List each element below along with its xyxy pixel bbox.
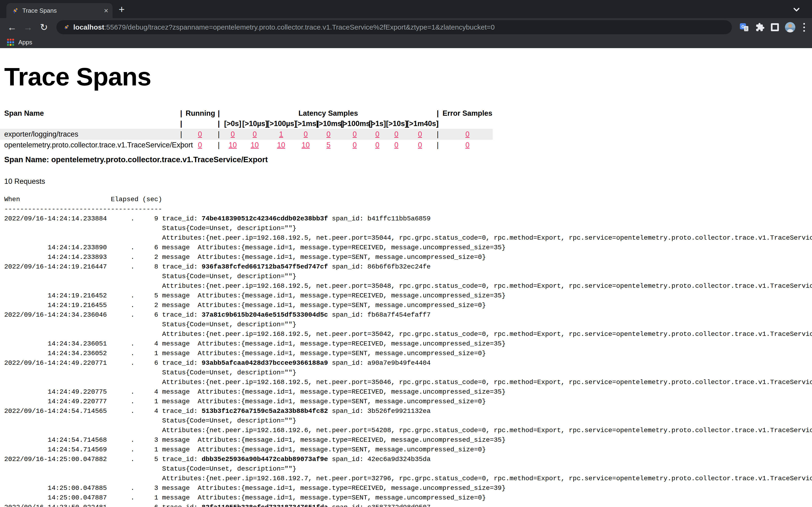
table-row: opentelemetry.proto.collector.trace.v1.T… — [0, 139, 493, 151]
url-path: :55679/debug/tracez?zspanname=openteleme… — [104, 23, 495, 31]
table-row: exporter/logging/traces|0|001000000|0 — [0, 129, 493, 139]
trace-id-value: 936fa38fcfed661712ba547f5ed747cf — [202, 263, 328, 270]
sample-count-link[interactable]: 0 — [394, 130, 398, 138]
bucket-label: [>1ms] — [295, 119, 316, 129]
chevron-down-icon[interactable] — [792, 7, 801, 13]
bucket-label: [>1m40s] — [407, 119, 433, 129]
translate-extension-icon[interactable]: G 文 — [740, 22, 749, 32]
trace-id-value: 82fa11055b338efcd733187347651fda — [202, 504, 328, 507]
summary-table-body: exporter/logging/traces|0|001000000|0ope… — [0, 129, 493, 151]
svg-text:文: 文 — [745, 27, 748, 31]
col-header-span-name: Span Name — [0, 108, 177, 119]
col-header-running: Running — [186, 108, 214, 119]
pipe-separator: | — [177, 108, 186, 119]
latency-bucket-cell: 0 — [341, 129, 369, 139]
span-detail-heading: Span Name: opentelemetry.proto.collector… — [4, 155, 812, 164]
sample-count-link[interactable]: 10 — [302, 141, 310, 149]
sample-count-link[interactable]: 0 — [253, 130, 257, 138]
trace-id-value: 37a81c9b615b204a6e515df533004d5c — [202, 311, 328, 319]
span-name-cell: opentelemetry.proto.collector.trace.v1.T… — [0, 139, 177, 151]
sample-count-link[interactable]: 10 — [229, 141, 237, 149]
browser-menu-icon[interactable] — [801, 23, 807, 32]
sample-count-link[interactable]: 0 — [418, 141, 422, 149]
sample-count-link[interactable]: 0 — [375, 141, 379, 149]
latency-bucket-cell: 1 — [267, 129, 295, 139]
latency-bucket-cell: 0 — [407, 129, 433, 139]
tab-close-icon[interactable]: × — [104, 7, 108, 14]
svg-text:G: G — [741, 24, 744, 29]
sample-count-link[interactable]: 0 — [465, 130, 469, 138]
browser-tab[interactable]: Trace Spans × — [6, 3, 112, 18]
forward-button[interactable]: → — [21, 20, 35, 34]
bucket-label: [>10µs] — [242, 119, 267, 129]
pipe-separator: | — [177, 129, 186, 139]
sample-count-link[interactable]: 0 — [304, 130, 308, 138]
trace-id-value: 513b3f1c276a7159c5a2a33b88b4fc82 — [202, 407, 328, 415]
sample-count-link[interactable]: 0 — [465, 141, 469, 149]
sample-count-link[interactable]: 0 — [375, 130, 379, 138]
sample-count-link[interactable]: 10 — [251, 141, 259, 149]
address-bar[interactable]: localhost:55679/debug/tracez?zspanname=o… — [56, 20, 732, 34]
latency-bucket-cell: 0 — [369, 129, 386, 139]
error-count-cell: 0 — [442, 129, 493, 139]
latency-bucket-cell: 0 — [242, 129, 267, 139]
bucket-label: [>100µs] — [267, 119, 295, 129]
pipe-separator: | — [214, 139, 223, 151]
page-content: Trace Spans Span Name | Running | Latenc… — [0, 62, 812, 507]
span-summary-table: Span Name | Running | Latency Samples | … — [0, 108, 493, 151]
sample-count-link[interactable]: 10 — [277, 141, 285, 149]
span-name-cell: exporter/logging/traces — [0, 129, 177, 139]
sample-count-link[interactable]: 0 — [231, 130, 235, 138]
bookmarks-bar: Apps — [0, 36, 812, 48]
latency-bucket-cell: 0 — [316, 129, 341, 139]
latency-bucket-cell: 10 — [295, 139, 316, 151]
latency-bucket-cell: 0 — [369, 139, 386, 151]
pipe-separator: | — [214, 108, 223, 119]
side-panel-icon[interactable] — [771, 23, 779, 31]
new-tab-button[interactable]: + — [119, 5, 125, 14]
sample-count-link[interactable]: 0 — [418, 130, 422, 138]
sample-count-link[interactable]: 5 — [326, 141, 331, 149]
bucket-header-row: | | [>0s][>10µs][>100µs][>1ms][>10ms][>1… — [0, 119, 493, 129]
latency-bucket-cell: 0 — [407, 139, 433, 151]
latency-bucket-cell: 10 — [223, 139, 242, 151]
trace-id-value: 74be418390512c42346cddb02e38bb3f — [202, 215, 328, 222]
sample-count-link[interactable]: 0 — [326, 130, 331, 138]
sample-count-link[interactable]: 0 — [198, 130, 202, 138]
sample-count-link[interactable]: 0 — [198, 141, 202, 149]
favicon-telescope-icon — [11, 7, 18, 14]
bucket-label: [>10ms] — [316, 119, 341, 129]
apps-grid-icon[interactable] — [7, 39, 14, 46]
bookmark-apps[interactable]: Apps — [18, 39, 32, 46]
browser-toolbar: ← → ↻ localhost:55679/debug/tracez?zspan… — [0, 18, 812, 36]
latency-bucket-cell: 5 — [316, 139, 341, 151]
page-title: Trace Spans — [4, 62, 812, 91]
tab-strip: Trace Spans × + — [0, 0, 812, 18]
sample-count-link[interactable]: 0 — [353, 141, 357, 149]
tab-title: Trace Spans — [22, 7, 100, 14]
bucket-label: [>100ms] — [341, 119, 369, 129]
pipe-separator: | — [433, 108, 442, 119]
profile-avatar[interactable] — [785, 22, 795, 33]
sample-count-link[interactable]: 0 — [353, 130, 357, 138]
trace-id-value: dbb35e25936a90b4472cabb89073af9e — [202, 456, 328, 463]
bucket-label: [>1s] — [369, 119, 386, 129]
latency-bucket-cell: 0 — [386, 139, 407, 151]
sample-count-link[interactable]: 1 — [279, 130, 283, 138]
sample-count-link[interactable]: 0 — [394, 141, 398, 149]
pipe-separator: | — [214, 119, 223, 129]
col-header-latency-samples: Latency Samples — [223, 108, 433, 119]
latency-bucket-cell: 0 — [386, 129, 407, 139]
extensions-puzzle-icon[interactable] — [755, 22, 765, 32]
bucket-label: [>0s] — [223, 119, 242, 129]
latency-bucket-cell: 10 — [242, 139, 267, 151]
reload-button[interactable]: ↻ — [37, 20, 51, 34]
col-header-error-samples: Error Samples — [442, 108, 493, 119]
latency-bucket-cell: 0 — [341, 139, 369, 151]
running-count-cell: 0 — [186, 129, 214, 139]
latency-bucket-cell: 10 — [267, 139, 295, 151]
back-button[interactable]: ← — [5, 20, 19, 34]
url-text: localhost:55679/debug/tracez?zspanname=o… — [73, 23, 495, 31]
pipe-separator: | — [433, 139, 442, 151]
omnibox-favicon-telescope-icon — [63, 24, 69, 31]
